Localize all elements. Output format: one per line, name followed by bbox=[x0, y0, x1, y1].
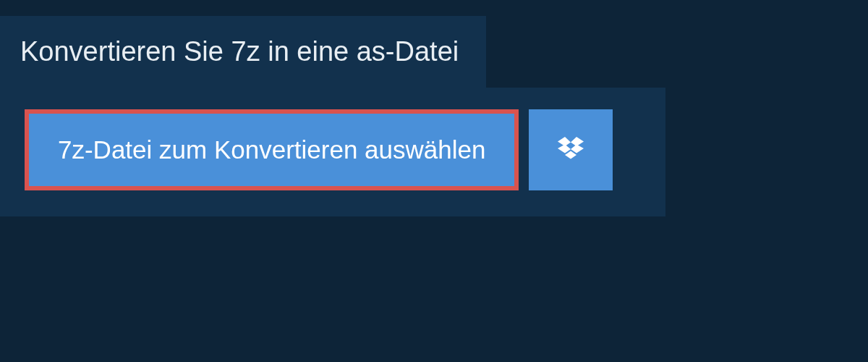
page-title: Konvertieren Sie 7z in eine as-Datei bbox=[20, 36, 459, 67]
select-file-button[interactable]: 7z-Datei zum Konvertieren auswählen bbox=[29, 114, 514, 186]
upload-panel: 7z-Datei zum Konvertieren auswählen bbox=[0, 88, 665, 216]
dropbox-icon bbox=[556, 135, 585, 164]
page-header-tab: Konvertieren Sie 7z in eine as-Datei bbox=[0, 16, 486, 88]
dropbox-button[interactable] bbox=[529, 109, 613, 190]
select-file-highlight: 7z-Datei zum Konvertieren auswählen bbox=[25, 109, 519, 190]
upload-button-row: 7z-Datei zum Konvertieren auswählen bbox=[25, 109, 637, 190]
